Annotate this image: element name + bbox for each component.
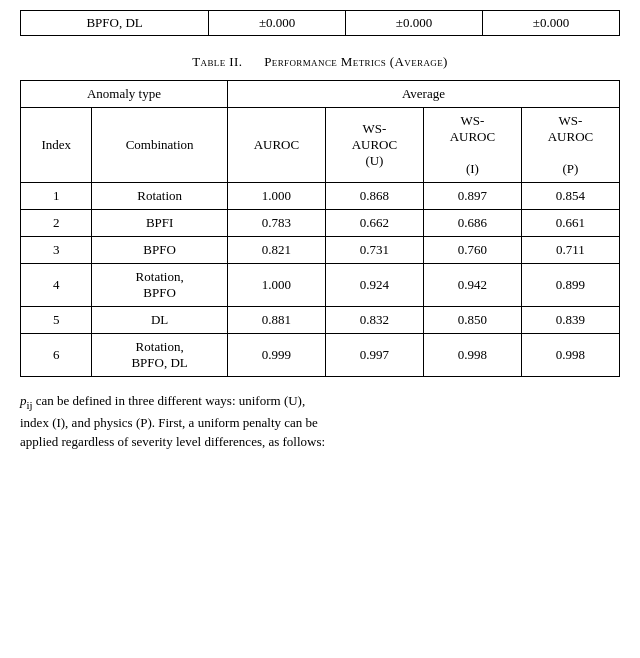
section-title: Table II. Performance Metrics (Average) xyxy=(20,54,620,70)
header-average: Average xyxy=(227,81,619,108)
row2-ws-i: 0.686 xyxy=(423,210,521,237)
row1-auroc: 1.000 xyxy=(227,183,325,210)
row4-index: 4 xyxy=(21,264,92,307)
header-row-1: Anomaly type Average xyxy=(21,81,620,108)
row5-auroc: 0.881 xyxy=(227,307,325,334)
col-ws-i-header: WS-AUROC(I) xyxy=(423,108,521,183)
row6-ws-u: 0.997 xyxy=(325,334,423,377)
col-index-header: Index xyxy=(21,108,92,183)
header-row-2: Index Combination AUROC WS-AUROC(U) WS-A… xyxy=(21,108,620,183)
row2-index: 2 xyxy=(21,210,92,237)
table-row: 5 DL 0.881 0.832 0.850 0.839 xyxy=(21,307,620,334)
row4-ws-p: 0.899 xyxy=(521,264,619,307)
top-cell-val1: ±0.000 xyxy=(209,11,346,36)
table-subtitle: Performance Metrics (Average) xyxy=(264,54,448,69)
row3-index: 3 xyxy=(21,237,92,264)
table-number: Table II. xyxy=(192,54,242,69)
table-row: 6 Rotation, BPFO, DL 0.999 0.997 0.998 0… xyxy=(21,334,620,377)
row3-ws-u: 0.731 xyxy=(325,237,423,264)
row2-combo: BPFI xyxy=(92,210,228,237)
top-cell-combo: BPFO, DL xyxy=(21,11,209,36)
table-row: 2 BPFI 0.783 0.662 0.686 0.661 xyxy=(21,210,620,237)
row3-auroc: 0.821 xyxy=(227,237,325,264)
main-table: Anomaly type Average Index Combination A… xyxy=(20,80,620,377)
row4-combo: Rotation, BPFO xyxy=(92,264,228,307)
footer-line2: index (I), and physics (P). First, a uni… xyxy=(20,415,318,430)
row6-ws-i: 0.998 xyxy=(423,334,521,377)
row4-ws-i: 0.942 xyxy=(423,264,521,307)
table-row: 3 BPFO 0.821 0.731 0.760 0.711 xyxy=(21,237,620,264)
row6-combo: Rotation, BPFO, DL xyxy=(92,334,228,377)
top-cell-val2: ±0.000 xyxy=(346,11,483,36)
row2-ws-p: 0.661 xyxy=(521,210,619,237)
row2-ws-u: 0.662 xyxy=(325,210,423,237)
row5-combo: DL xyxy=(92,307,228,334)
row1-index: 1 xyxy=(21,183,92,210)
row1-ws-p: 0.854 xyxy=(521,183,619,210)
row3-combo: BPFO xyxy=(92,237,228,264)
col-auroc-header: AUROC xyxy=(227,108,325,183)
col-ws-p-header: WS-AUROC(P) xyxy=(521,108,619,183)
top-table: BPFO, DL ±0.000 ±0.000 ±0.000 xyxy=(20,10,620,36)
top-cell-val3: ±0.000 xyxy=(483,11,620,36)
row6-index: 6 xyxy=(21,334,92,377)
col-combination-header: Combination xyxy=(92,108,228,183)
row4-auroc: 1.000 xyxy=(227,264,325,307)
footer-line1: pij can be defined in three different wa… xyxy=(20,393,305,408)
table-row: 4 Rotation, BPFO 1.000 0.924 0.942 0.899 xyxy=(21,264,620,307)
row5-ws-i: 0.850 xyxy=(423,307,521,334)
footer-rest1: can be defined in three different ways: … xyxy=(33,393,306,408)
row3-ws-i: 0.760 xyxy=(423,237,521,264)
row1-ws-i: 0.897 xyxy=(423,183,521,210)
row6-ws-p: 0.998 xyxy=(521,334,619,377)
table-row: 1 Rotation 1.000 0.868 0.897 0.854 xyxy=(21,183,620,210)
top-table-row: BPFO, DL ±0.000 ±0.000 ±0.000 xyxy=(21,11,620,36)
col-ws-u-header: WS-AUROC(U) xyxy=(325,108,423,183)
header-anomaly-type: Anomaly type xyxy=(21,81,228,108)
row2-auroc: 0.783 xyxy=(227,210,325,237)
row5-ws-u: 0.832 xyxy=(325,307,423,334)
row1-ws-u: 0.868 xyxy=(325,183,423,210)
row5-index: 5 xyxy=(21,307,92,334)
row6-auroc: 0.999 xyxy=(227,334,325,377)
footer-text: pij can be defined in three different wa… xyxy=(20,391,620,452)
footer-line3: applied regardless of severity level dif… xyxy=(20,434,325,449)
row5-ws-p: 0.839 xyxy=(521,307,619,334)
row1-combo: Rotation xyxy=(92,183,228,210)
top-table-container: BPFO, DL ±0.000 ±0.000 ±0.000 xyxy=(20,10,620,36)
row4-ws-u: 0.924 xyxy=(325,264,423,307)
row3-ws-p: 0.711 xyxy=(521,237,619,264)
